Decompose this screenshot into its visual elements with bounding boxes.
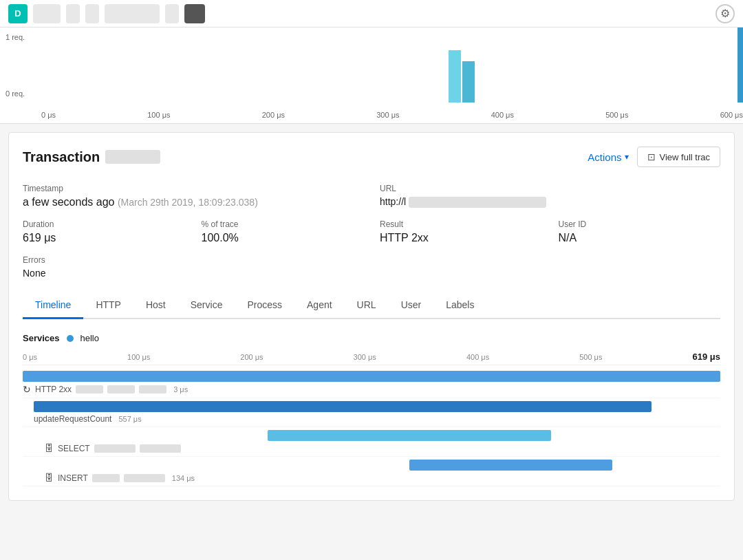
trace-row-2-duration: 557 μs — [118, 415, 141, 423]
duration-value: 619 μs — [23, 232, 185, 244]
trace-row-1-duration: 3 μs — [173, 385, 188, 394]
services-label: Services — [23, 333, 60, 343]
trace-bar-insert — [409, 460, 612, 471]
tab-user[interactable]: User — [389, 292, 434, 319]
trace-blur-3 — [139, 385, 166, 394]
axis-tick-1: 100 μs — [127, 353, 150, 361]
user-id-field: User ID N/A — [559, 219, 721, 244]
view-full-trace-button[interactable]: ⊡ View full trac — [637, 147, 720, 167]
tab-agent[interactable]: Agent — [294, 292, 345, 319]
actions-label: Actions — [588, 151, 621, 163]
bar-right — [737, 28, 743, 103]
database-icon: 🗄 — [45, 443, 54, 453]
trace-select-blur-2 — [140, 444, 181, 453]
url-field: URL http://l — [380, 184, 720, 208]
result-field: Result HTTP 2xx — [380, 219, 542, 244]
user-id-label: User ID — [559, 219, 721, 229]
trace-row-4-duration: 134 μs — [172, 474, 195, 482]
trace-row-main: ↻ HTTP 2xx 3 μs — [23, 368, 720, 398]
url-blur — [409, 197, 546, 208]
duration-label: Duration — [23, 219, 185, 229]
axis-tick-3: 300 μs — [354, 353, 376, 361]
errors-value: None — [23, 268, 720, 279]
timestamp-value: a few seconds ago (March 29th 2019, 18:0… — [23, 196, 363, 208]
errors-section: Errors None — [23, 255, 720, 279]
trace-row-insert: 🗄 INSERT 134 μs — [23, 457, 720, 486]
pct-trace-field: % of trace 100.0% — [202, 219, 364, 244]
x-tick-1: 100 μs — [147, 111, 170, 119]
tab-http[interactable]: HTTP — [83, 292, 133, 319]
transaction-title-text: Transaction — [23, 149, 100, 165]
result-label: Result — [380, 219, 542, 229]
tab-host[interactable]: Host — [133, 292, 178, 319]
trace-bar-select — [268, 430, 551, 441]
transaction-id-badge — [105, 150, 160, 164]
tab-labels[interactable]: Labels — [433, 292, 486, 319]
tab-timeline[interactable]: Timeline — [23, 292, 83, 319]
trace-rows: ↻ HTTP 2xx 3 μs updateRequestCount 557 μ… — [23, 368, 720, 486]
trace-blur-1 — [76, 385, 103, 394]
nav-item-1[interactable] — [33, 4, 61, 23]
histogram-chart: 1 req. 0 req. 0 μs 100 μs 200 μs 300 μs … — [0, 28, 743, 124]
trace-select-blur-1 — [94, 444, 136, 453]
nav-item-2[interactable] — [66, 4, 80, 23]
timestamp-field: Timestamp a few seconds ago (March 29th … — [23, 184, 363, 208]
pct-trace-value: 100.0% — [202, 232, 364, 244]
nav-item-6[interactable] — [184, 4, 205, 23]
tabs: Timeline HTTP Host Service Process Agent… — [23, 292, 720, 319]
database-icon-2: 🗄 — [45, 473, 54, 483]
errors-label: Errors — [23, 255, 720, 265]
timeline-axis: 0 μs 100 μs 200 μs 300 μs 400 μs 500 μs … — [23, 349, 720, 365]
meta-grid: Duration 619 μs % of trace 100.0% Result… — [23, 219, 720, 244]
trace-bar-update — [34, 401, 652, 412]
tab-service[interactable]: Service — [178, 292, 235, 319]
nav-item-5[interactable] — [165, 4, 179, 23]
transaction-panel: Transaction Actions ▾ ⊡ View full trac T… — [8, 132, 735, 501]
x-tick-0: 0 μs — [41, 111, 56, 119]
panel-header: Transaction Actions ▾ ⊡ View full trac — [23, 147, 720, 167]
timeline-services-header: Services hello — [23, 333, 720, 343]
trace-label-update: updateRequestCount — [34, 414, 111, 424]
axis-tick-4: 400 μs — [466, 353, 489, 361]
trace-insert-blur-1 — [92, 474, 120, 482]
x-axis: 0 μs 100 μs 200 μs 300 μs 400 μs 500 μs … — [41, 107, 743, 123]
x-tick-3: 300 μs — [376, 111, 399, 119]
trace-blur-2 — [107, 385, 135, 394]
service-dot-icon — [67, 335, 74, 342]
view-trace-label: View full trac — [660, 152, 710, 162]
trace-row-update: updateRequestCount 557 μs — [23, 398, 720, 427]
url-label: URL — [380, 184, 720, 193]
duration-field: Duration 619 μs — [23, 219, 185, 244]
document-icon: ⊡ — [647, 151, 656, 162]
trace-label-insert: INSERT — [58, 473, 88, 483]
x-tick-2: 200 μs — [262, 111, 285, 119]
service-name: hello — [80, 333, 99, 343]
bar-2 — [462, 61, 475, 103]
y-label-bottom: 0 req. — [6, 89, 25, 98]
x-tick-4: 400 μs — [491, 111, 514, 119]
panel-actions: Actions ▾ ⊡ View full trac — [588, 147, 720, 167]
refresh-icon: ↻ — [23, 384, 31, 395]
tab-url[interactable]: URL — [345, 292, 389, 319]
pct-trace-label: % of trace — [202, 219, 364, 229]
timestamp-date: (March 29th 2019, 18:09:23.038) — [118, 197, 258, 208]
url-value: http://l — [380, 196, 720, 208]
gear-icon[interactable]: ⚙ — [715, 4, 735, 23]
trace-bar-main — [23, 371, 720, 382]
axis-tick-0: 0 μs — [23, 353, 37, 361]
y-label-top: 1 req. — [6, 33, 25, 41]
nav-item-3[interactable] — [85, 4, 99, 23]
avatar: D — [8, 4, 28, 23]
tab-process[interactable]: Process — [235, 292, 294, 319]
bar-1 — [449, 50, 461, 103]
timeline-content: Services hello 0 μs 100 μs 200 μs 300 μs… — [23, 333, 720, 486]
actions-button[interactable]: Actions ▾ — [588, 151, 628, 163]
timeline-total: 619 μs — [692, 352, 720, 362]
trace-insert-blur-2 — [124, 474, 165, 482]
x-tick-6: 600 μs — [720, 111, 743, 119]
chevron-down-icon: ▾ — [625, 152, 629, 162]
x-tick-5: 500 μs — [605, 111, 628, 119]
nav-item-4[interactable] — [105, 4, 160, 23]
user-id-value: N/A — [559, 232, 721, 244]
trace-label-select: SELECT — [58, 444, 90, 453]
